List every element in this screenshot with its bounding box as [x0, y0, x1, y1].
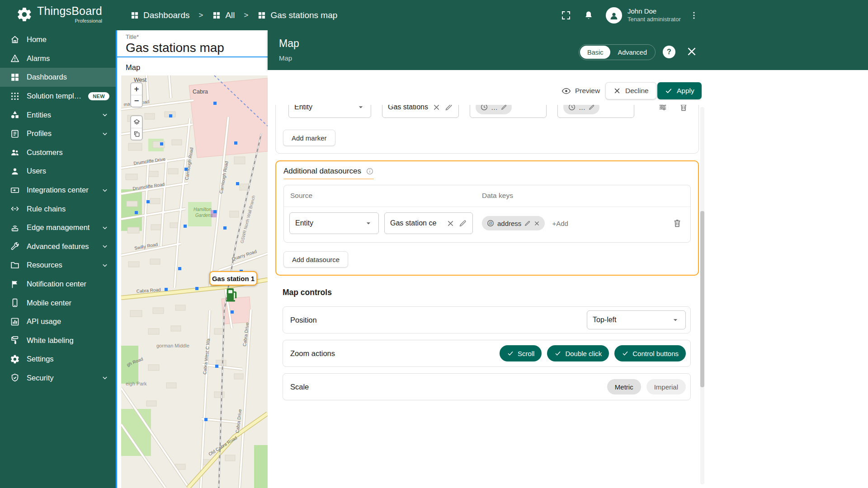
scale-chip-metric[interactable]: Metric — [607, 379, 641, 394]
apply-button[interactable]: Apply — [657, 82, 702, 99]
marker-key-1-label: … — [491, 105, 498, 111]
decline-button-label: Decline — [625, 87, 649, 95]
user-info[interactable]: John Doe Tenant administrator — [627, 7, 681, 23]
sidebar-item-entities[interactable]: Entities — [0, 105, 116, 124]
datasource-entity-field[interactable]: Gas station ce — [384, 212, 473, 234]
edit-key-icon[interactable] — [524, 220, 531, 227]
sidebar-item-dashboards[interactable]: Dashboards — [0, 68, 116, 87]
scrollbar-thumb[interactable] — [700, 211, 704, 387]
sidebar-item-rule-chains[interactable]: Rule chains — [0, 199, 116, 218]
mobile-icon — [10, 298, 20, 308]
integrations-icon — [10, 185, 20, 195]
marker-key-field-1[interactable]: … — [470, 105, 547, 118]
position-select[interactable]: Top-left — [587, 310, 686, 329]
sidebar-item-profiles[interactable]: Profiles — [0, 124, 116, 143]
sidebar-item-api-usage[interactable]: API usage — [0, 312, 116, 331]
breadcrumb-item-dashboards[interactable]: Dashboards — [130, 10, 189, 20]
zoom-action-chip-control-buttons[interactable]: Control buttons — [614, 345, 686, 361]
dashboards-icon — [130, 11, 139, 20]
toggle-basic[interactable]: Basic — [580, 46, 610, 59]
add-datasource-button[interactable]: Add datasource — [283, 251, 348, 267]
breadcrumb-label: Dashboards — [143, 10, 189, 20]
add-datakey-button[interactable]: +Add — [552, 220, 568, 227]
marker-key-field-2[interactable]: … — [557, 105, 634, 118]
edit-entity-icon[interactable] — [444, 105, 453, 112]
zoom-actions-row: Zoom actions ScrollDouble clickControl b… — [283, 340, 691, 367]
sidebar-item-integrations-center[interactable]: Integrations center — [0, 181, 116, 200]
zoom-in-button[interactable]: + — [131, 83, 142, 95]
map-widget[interactable]: WestCabramanus RoadDrumcliffe DriveDrumc… — [121, 75, 268, 488]
pages-icon — [133, 130, 141, 138]
new-badge: NEW — [88, 92, 109, 100]
chip-label: Scroll — [518, 350, 535, 357]
customers-icon — [10, 147, 20, 157]
datasource-type-value: Entity — [295, 219, 360, 227]
svg-text:@: @ — [489, 221, 492, 225]
sidebar-item-solution-templates[interactable]: Solution templatesNEW — [0, 87, 116, 106]
sidebar-item-home[interactable]: Home — [0, 30, 116, 49]
zoom-out-button[interactable]: − — [131, 95, 142, 107]
sidebar-item-settings[interactable]: Settings — [0, 350, 116, 369]
fullscreen-icon[interactable] — [561, 10, 571, 21]
clear-entity-icon[interactable] — [446, 219, 455, 228]
toggle-advanced[interactable]: Advanced — [610, 46, 654, 59]
chip-label: Control buttons — [632, 350, 679, 357]
scale-label: Scale — [290, 383, 309, 391]
copy-view-button[interactable] — [131, 128, 142, 140]
sidebar-item-security[interactable]: Security — [0, 369, 116, 388]
sidebar-item-notification-center[interactable]: Notification center — [0, 275, 116, 294]
sidebar-item-white-labeling[interactable]: White labeling — [0, 331, 116, 350]
notifications-bell-icon[interactable] — [583, 10, 594, 21]
sidebar-item-mobile-center[interactable]: Mobile center — [0, 293, 116, 312]
sidebar-item-label: Dashboards — [27, 73, 67, 81]
gas-pump-marker-icon[interactable] — [226, 286, 238, 302]
datasource-type-select[interactable]: Entity — [289, 212, 379, 234]
sidebar-item-users[interactable]: Users — [0, 162, 116, 181]
svg-text:gorman Middle: gorman Middle — [156, 343, 189, 348]
settings-icon — [10, 354, 20, 364]
breadcrumb-item-all[interactable]: All — [212, 10, 235, 20]
sidebar-item-advanced-features[interactable]: Advanced features — [0, 237, 116, 256]
help-button[interactable]: ? — [663, 46, 675, 58]
close-settings-icon[interactable] — [685, 45, 698, 58]
sidebar-item-edge-management[interactable]: Edge management — [0, 218, 116, 237]
edit-key-icon[interactable] — [500, 105, 507, 111]
address-key-chip[interactable]: @ address — [482, 216, 545, 230]
scale-chips: MetricImperial — [607, 379, 686, 394]
breadcrumb-item-gas-stations-map[interactable]: Gas stations map — [257, 10, 337, 20]
avatar[interactable] — [606, 7, 622, 23]
marker-source-type-select[interactable]: Entity — [288, 105, 371, 118]
info-icon[interactable] — [366, 167, 374, 175]
marker-key-chip-2[interactable]: … — [563, 105, 599, 114]
zoom-action-chip-scroll[interactable]: Scroll — [500, 345, 542, 361]
alarm-icon — [10, 53, 20, 63]
sidebar-item-label: Entities — [27, 111, 51, 119]
widget-title-field[interactable]: Title* Gas stations map — [117, 30, 268, 57]
sidebar-item-alarms[interactable]: Alarms — [0, 49, 116, 68]
preview-button[interactable]: Preview — [561, 83, 600, 99]
delete-datasource-icon[interactable] — [672, 218, 682, 228]
sidebar-item-customers[interactable]: Customers — [0, 143, 116, 162]
remove-key-icon[interactable] — [533, 220, 540, 227]
sidebar-item-resources[interactable]: Resources — [0, 256, 116, 275]
delete-marker-icon[interactable] — [679, 105, 689, 112]
white-labeling-icon — [10, 335, 20, 345]
decline-button[interactable]: Decline — [605, 82, 656, 99]
settings-toolbar: Preview Decline Apply — [268, 70, 868, 105]
map-marker-tooltip[interactable]: Gas station 1 — [209, 271, 257, 286]
datakeys-column-header: Data keys — [482, 192, 513, 200]
edit-entity-icon[interactable] — [458, 219, 467, 228]
marker-key-chip-1[interactable]: … — [476, 105, 512, 114]
person-icon — [609, 10, 619, 21]
kebab-menu-icon[interactable] — [689, 10, 699, 20]
edit-key-icon[interactable] — [588, 105, 595, 111]
zoom-action-chip-double-click[interactable]: Double click — [547, 345, 609, 361]
brand[interactable]: ThingsBoard Professional — [16, 5, 102, 23]
layers-button[interactable] — [131, 116, 142, 128]
sidebar-item-label: Home — [27, 35, 47, 44]
add-marker-button[interactable]: Add marker — [283, 130, 335, 146]
clear-entity-icon[interactable] — [432, 105, 441, 112]
marker-settings-icon[interactable] — [658, 105, 668, 112]
marker-entity-field[interactable]: Gas stations — [382, 105, 459, 118]
scale-chip-imperial[interactable]: Imperial — [646, 379, 686, 394]
